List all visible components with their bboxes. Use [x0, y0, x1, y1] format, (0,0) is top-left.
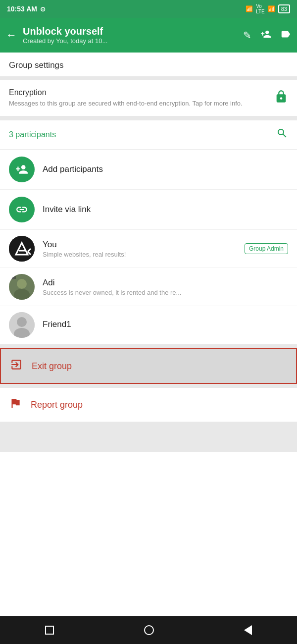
- member-adi[interactable]: Adi Success is never owned, it is rented…: [0, 268, 297, 306]
- member-friend1-avatar: [9, 312, 35, 338]
- member-you-name: You: [43, 240, 245, 250]
- status-icons: 📶 VoLTE 📶 83: [246, 3, 290, 14]
- member-adi-name: Adi: [43, 278, 288, 288]
- content-area: Group settings Encryption Messages to th…: [0, 53, 297, 616]
- invite-via-link-item[interactable]: Invite via link: [0, 190, 297, 230]
- member-friend1-name: Friend1: [43, 320, 288, 329]
- signal-icon: 📶: [268, 5, 275, 12]
- status-time: 10:53 AM ⊙: [7, 5, 46, 13]
- svg-marker-0: [16, 243, 28, 255]
- back-button[interactable]: ←: [6, 29, 17, 42]
- member-adi-avatar: [9, 274, 35, 300]
- add-participant-icon[interactable]: [260, 29, 271, 42]
- group-settings-section: Group settings: [0, 53, 297, 76]
- report-group-label: Report group: [31, 400, 83, 410]
- label-icon[interactable]: [280, 29, 291, 42]
- lock-icon: [274, 90, 288, 107]
- nav-triangle-icon: [244, 625, 252, 635]
- exit-group-icon: [10, 358, 23, 374]
- header-info: Unblock yourself Created by You, today a…: [23, 26, 237, 45]
- search-participants-button[interactable]: [276, 127, 288, 142]
- encryption-desc: Messages to this group are secured with …: [9, 99, 268, 108]
- wifi-icon: 📶: [246, 5, 253, 12]
- svg-point-10: [17, 317, 27, 327]
- encryption-block[interactable]: Encryption Messages to this group are se…: [0, 80, 297, 116]
- header-actions: ✎: [243, 29, 291, 42]
- encryption-title: Encryption: [9, 88, 268, 97]
- edit-icon[interactable]: ✎: [243, 29, 251, 41]
- exit-group-item[interactable]: Exit group: [0, 348, 297, 384]
- header-title: Unblock yourself: [23, 26, 237, 37]
- invite-link-label: Invite via link: [43, 205, 288, 215]
- status-bar: 10:53 AM ⊙ 📶 VoLTE 📶 83: [0, 0, 297, 18]
- divider-1: [0, 76, 297, 80]
- divider-3: [0, 344, 297, 348]
- header-subtitle: Created by You, today at 10...: [23, 37, 237, 45]
- nav-square-button[interactable]: [45, 626, 54, 635]
- add-participants-item[interactable]: Add participants: [0, 150, 297, 190]
- header: ← Unblock yourself Created by You, today…: [0, 18, 297, 53]
- member-you[interactable]: You Simple websites, real results! Group…: [0, 230, 297, 268]
- member-you-avatar: [9, 236, 35, 262]
- participants-count: 3 participants: [9, 130, 56, 139]
- member-adi-status: Success is never owned, it is rented and…: [43, 289, 288, 296]
- divider-4: [0, 384, 297, 388]
- bottom-nav: [0, 616, 297, 644]
- group-admin-badge: Group Admin: [245, 243, 288, 254]
- invite-link-avatar: [9, 197, 35, 222]
- bottom-spacer: [0, 422, 297, 452]
- add-participants-avatar: [9, 157, 35, 182]
- member-you-status: Simple websites, real results!: [43, 251, 245, 258]
- participants-header: 3 participants: [0, 120, 297, 150]
- divider-2: [0, 116, 297, 120]
- signal-text: VoLTE: [256, 3, 265, 14]
- report-group-icon: [9, 397, 22, 413]
- nav-back-button[interactable]: [244, 625, 252, 635]
- svg-point-5: [17, 279, 27, 289]
- nav-home-button[interactable]: [144, 625, 154, 635]
- member-friend1[interactable]: Friend1: [0, 306, 297, 344]
- add-participants-label: Add participants: [43, 164, 288, 174]
- exit-group-label: Exit group: [32, 361, 72, 372]
- nav-square-icon: [45, 626, 54, 635]
- svg-point-8: [11, 276, 14, 279]
- nav-circle-icon: [144, 625, 154, 635]
- report-group-item[interactable]: Report group: [0, 388, 297, 422]
- battery-icon: 83: [278, 4, 290, 13]
- recording-icon: ⊙: [40, 5, 46, 13]
- group-settings-label: Group settings: [9, 60, 64, 70]
